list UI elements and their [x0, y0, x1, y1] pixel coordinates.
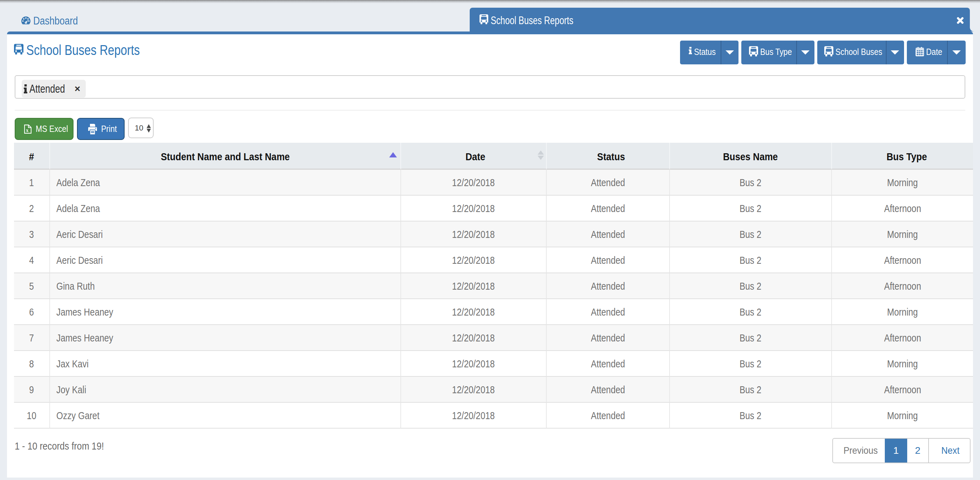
svg-text:x: x — [26, 127, 29, 133]
